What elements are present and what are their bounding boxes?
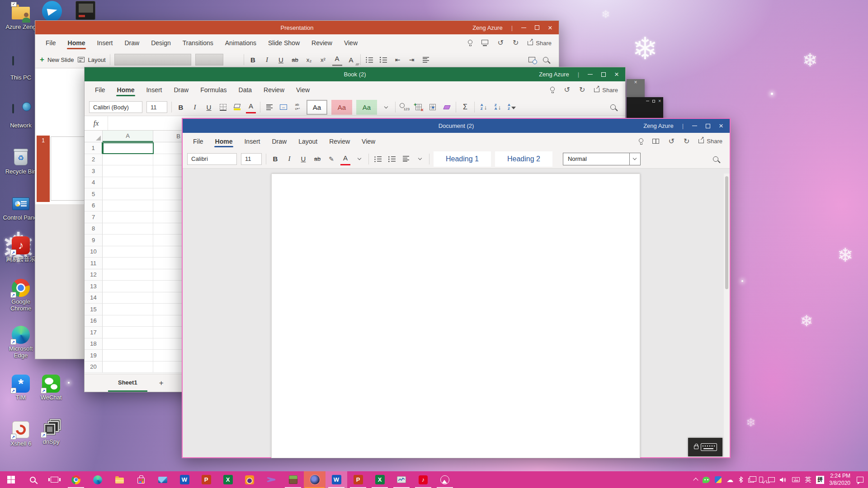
- network-icon[interactable]: [768, 477, 775, 482]
- background-window-small[interactable]: ×: [627, 79, 645, 97]
- taskbar-mail[interactable]: [152, 471, 174, 488]
- minimize-icon[interactable]: [646, 101, 649, 101]
- text-box-button[interactable]: [527, 53, 537, 66]
- borders-button[interactable]: [218, 101, 228, 113]
- close-button[interactable]: ×: [614, 70, 619, 78]
- minimize-button[interactable]: [588, 74, 593, 75]
- insert-delete-cells-button[interactable]: +×: [414, 101, 424, 113]
- account-name[interactable]: Zeng Azure: [539, 71, 569, 78]
- tab-design[interactable]: Design: [151, 34, 171, 52]
- layout-button[interactable]: Layout: [78, 56, 105, 63]
- word-title-bar[interactable]: Document (2) Zeng Azure | ×: [183, 119, 730, 133]
- excel-title-bar[interactable]: Book (2) Zeng Azure | ×: [85, 67, 625, 81]
- tab-review[interactable]: Review: [264, 81, 284, 99]
- format-cells-button[interactable]: [428, 101, 438, 113]
- desktop-icon-wechat[interactable]: ↗ WeChat: [32, 374, 70, 401]
- account-name[interactable]: Zeng Azure: [643, 122, 674, 129]
- row-header[interactable]: 15: [85, 304, 103, 315]
- document-page[interactable]: [271, 174, 640, 458]
- numbering-button[interactable]: [387, 153, 397, 165]
- tab-home[interactable]: Home: [215, 133, 233, 150]
- font-size-box[interactable]: [195, 54, 223, 66]
- maximize-button[interactable]: [706, 124, 710, 128]
- underline-button[interactable]: U: [298, 153, 308, 165]
- tell-me-lightbulb-icon[interactable]: [639, 138, 643, 145]
- italic-button[interactable]: I: [262, 53, 272, 66]
- touch-keyboard-button[interactable]: [688, 438, 722, 456]
- font-name-box[interactable]: Calibri: [187, 153, 237, 165]
- row-header[interactable]: 7: [85, 211, 103, 223]
- taskbar-search-button[interactable]: [22, 471, 43, 488]
- find-button[interactable]: [711, 153, 721, 165]
- desktop-icon-unknown-app[interactable]: [66, 1, 105, 20]
- scrollbar[interactable]: [724, 174, 730, 457]
- safely-remove-hardware-icon[interactable]: [759, 477, 763, 483]
- sort-ascending-button[interactable]: AZ↓: [479, 101, 489, 113]
- row-header[interactable]: 17: [85, 327, 103, 338]
- tab-view[interactable]: View: [344, 34, 358, 52]
- tab-insert[interactable]: Insert: [97, 34, 113, 52]
- cell[interactable]: [103, 338, 153, 350]
- bold-button[interactable]: B: [176, 101, 186, 113]
- share-button[interactable]: ↗Share: [698, 138, 722, 145]
- taskbar-excel-running[interactable]: X: [369, 471, 391, 488]
- cell[interactable]: [103, 188, 153, 200]
- scrollbar-thumb[interactable]: [725, 176, 728, 289]
- row-header[interactable]: 19: [85, 350, 103, 361]
- row-header[interactable]: 20: [85, 361, 103, 373]
- action-center-icon[interactable]: [857, 477, 863, 483]
- font-name-box[interactable]: [114, 54, 191, 66]
- taskbar-file-explorer[interactable]: [108, 471, 130, 488]
- undo-icon[interactable]: ↺: [497, 39, 503, 47]
- slide-thumbnail[interactable]: [51, 136, 85, 201]
- row-header[interactable]: 8: [85, 223, 103, 235]
- taskbar-visual-studio[interactable]: [260, 471, 282, 488]
- row-header[interactable]: 14: [85, 292, 103, 304]
- cell[interactable]: [103, 269, 153, 281]
- font-size-box[interactable]: 11: [241, 153, 262, 165]
- start-button[interactable]: [0, 471, 22, 488]
- taskbar-minecraft[interactable]: [282, 471, 304, 488]
- select-all-corner[interactable]: [85, 131, 103, 142]
- style-heading2-button[interactable]: Heading 2: [495, 151, 552, 167]
- bold-button[interactable]: B: [248, 53, 258, 66]
- tab-draw[interactable]: Draw: [174, 81, 189, 99]
- tab-formulas[interactable]: Formulas: [200, 81, 226, 99]
- taskbar-chrome[interactable]: [65, 471, 87, 488]
- cell[interactable]: [103, 304, 153, 315]
- close-button[interactable]: ×: [719, 122, 723, 130]
- font-color-button[interactable]: A: [340, 153, 350, 165]
- taskbar-edge[interactable]: [87, 471, 108, 488]
- bluetooth-icon[interactable]: [738, 476, 743, 483]
- number-format-button[interactable]: 123: [400, 101, 410, 113]
- sort-descending-button[interactable]: ZA↓: [493, 101, 503, 113]
- cell[interactable]: [103, 223, 153, 235]
- taskbar-word-running[interactable]: W: [326, 471, 347, 488]
- row-header[interactable]: 16: [85, 315, 103, 327]
- taskbar-music-app[interactable]: [304, 471, 326, 488]
- tab-home[interactable]: Home: [68, 34, 85, 52]
- maximize-icon[interactable]: [652, 100, 655, 103]
- tell-me-lightbulb-icon[interactable]: [468, 40, 472, 46]
- close-icon[interactable]: ×: [658, 99, 661, 103]
- present-icon[interactable]: [481, 40, 488, 46]
- taskbar-netease-music[interactable]: ♪: [412, 471, 434, 488]
- font-size-box[interactable]: 11: [146, 101, 167, 113]
- align-button[interactable]: [421, 53, 431, 66]
- more-styles-button[interactable]: [381, 101, 391, 113]
- minimize-button[interactable]: [692, 126, 697, 126]
- undo-icon[interactable]: ↺: [564, 86, 570, 94]
- tim-tray-icon[interactable]: [715, 476, 722, 483]
- tab-transitions[interactable]: Transitions: [183, 34, 213, 52]
- row-header[interactable]: 9: [85, 235, 103, 246]
- filter-button[interactable]: AZ: [507, 101, 517, 113]
- close-button[interactable]: ×: [548, 24, 552, 32]
- row-header[interactable]: 18: [85, 338, 103, 350]
- cell[interactable]: [103, 327, 153, 338]
- row-header[interactable]: 10: [85, 246, 103, 258]
- share-button[interactable]: ↗Share: [528, 40, 552, 47]
- tab-insert[interactable]: Insert: [244, 133, 260, 150]
- cell[interactable]: [103, 281, 153, 292]
- style-heading1-button[interactable]: Heading 1: [434, 151, 491, 167]
- ime-mode-indicator[interactable]: 拼: [816, 476, 824, 484]
